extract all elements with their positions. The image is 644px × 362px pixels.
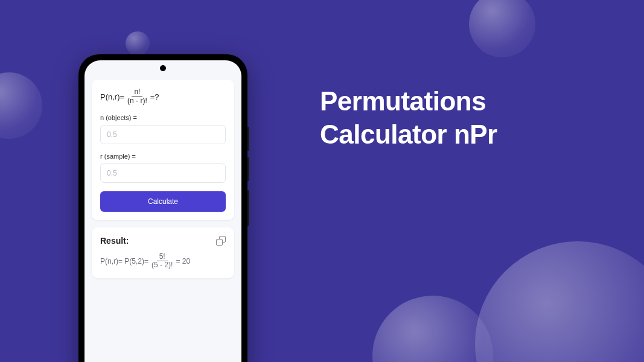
hero-title-line: Calculator nPr (320, 119, 497, 149)
formula-denominator: (n - r)! (126, 97, 148, 106)
formula-tail: =? (150, 92, 159, 101)
copy-icon[interactable] (216, 236, 226, 246)
result-value: = 20 (176, 257, 190, 265)
formula-display: P(n,r)= n! (n - r)! =? (100, 88, 226, 106)
phone-screen: P(n,r)= n! (n - r)! =? n (objects) = r (… (84, 60, 241, 362)
r-input[interactable] (100, 164, 226, 183)
hero-title: Permutations Calculator nPr (320, 84, 497, 151)
decorative-sphere (126, 31, 150, 56)
formula-lhs: P(n,r)= (100, 92, 124, 101)
camera-dot (160, 65, 166, 71)
n-label: n (objects) = (100, 114, 226, 121)
result-fraction: 5! (5 - 2)! (150, 253, 174, 270)
result-expression: P(n,r)= P(5,2)= 5! (5 - 2)! = 20 (100, 253, 226, 270)
n-input[interactable] (100, 125, 226, 144)
decorative-sphere (0, 72, 42, 139)
hero-title-line: Permutations (320, 86, 486, 116)
calculate-button[interactable]: Calculate (100, 191, 226, 212)
formula-fraction: n! (n - r)! (126, 88, 148, 106)
formula-numerator: n! (132, 88, 142, 97)
result-numerator: 5! (157, 253, 168, 262)
result-card: Result: P(n,r)= P(5,2)= 5! (5 - 2)! = 20 (92, 227, 234, 279)
phone-side-button (247, 157, 249, 181)
phone-side-button (247, 127, 249, 151)
phone-frame: P(n,r)= n! (n - r)! =? n (objects) = r (… (78, 54, 247, 362)
decorative-sphere (469, 0, 535, 57)
r-label: r (sample) = (100, 153, 226, 160)
input-card: P(n,r)= n! (n - r)! =? n (objects) = r (… (92, 80, 234, 220)
result-prefix: P(n,r)= P(5,2)= (100, 257, 148, 265)
phone-side-button (247, 190, 249, 226)
result-denominator: (5 - 2)! (150, 261, 174, 270)
decorative-sphere (372, 296, 493, 362)
decorative-sphere (475, 241, 644, 362)
result-heading: Result: (100, 236, 129, 246)
